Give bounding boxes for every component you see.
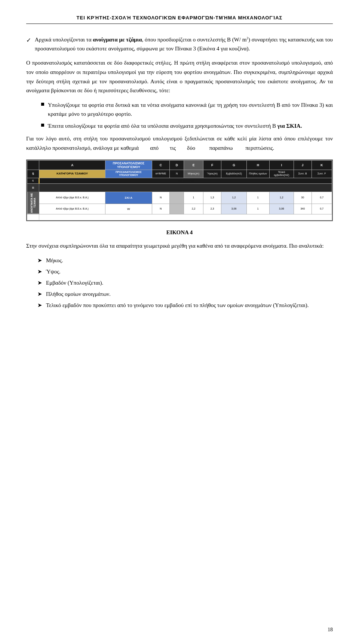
ss-col-e-header: E bbox=[184, 160, 203, 170]
table-caption: ΕΙΚΟΝΑ 4 bbox=[26, 228, 333, 237]
sub-bullet-2-text: Έπειτα υπολογίζουμε τα φορτία από όλα τα… bbox=[48, 121, 333, 130]
arrow-item-2: ➤ Ύψος. bbox=[37, 267, 333, 276]
ss-row7-v2: 1,3 bbox=[203, 192, 221, 204]
ss-row8-n: N bbox=[152, 204, 170, 214]
arrow-text-4: Πλήθος ομοίων ανοιγμάτων. bbox=[46, 290, 333, 298]
ss-row7-desc: Απλό τζάμι (άμε Β.Ε.κ. Β.Α.) bbox=[39, 192, 105, 204]
arrow-item-5: ➤ Τελικό εμβαδόν που προκύπτει από το γι… bbox=[37, 301, 333, 310]
ss-row8-desc: Απλό τζάμι (άμε Β.Ε.κ. Β.Α.) bbox=[39, 204, 105, 214]
arrow-icon-4: ➤ bbox=[37, 290, 42, 298]
ss-col-c-header: C bbox=[152, 160, 170, 170]
spreadsheet-container: A ΠΡΟΣΑΝΑΤΟΛΙΣΜΟΣΥΠΟΛΟΓΙΣΜΟΥ C D E F G H… bbox=[26, 160, 333, 221]
checkmark-icon: ✓ bbox=[26, 35, 31, 45]
arrow-icon-5: ➤ bbox=[37, 301, 42, 310]
main-bullet-item: ✓ Αρχικά υπολογίζονται τα ανοίγματα με τ… bbox=[26, 35, 333, 53]
ss-ypsos-header: Ύψος(m) bbox=[203, 170, 221, 178]
arrow-text-1: Μήκος. bbox=[46, 256, 333, 265]
ss-col-d-header: D bbox=[170, 160, 184, 170]
ss-prosat-header: ΠΡΟΣΑΝΑΤΟΛΙΣΜΟΣΥΠΟΛΟΓΙΣΜΟΥ bbox=[105, 170, 152, 178]
ss-category-header: ΚΑΤΗΓΟΡΙΑ ΤΖΑΜΙΟΥ bbox=[39, 170, 105, 178]
sub-bullet-2: Έπειτα υπολογίζουμε τα φορτία από όλα τα… bbox=[41, 121, 333, 130]
arrow-text-3: Εμβαδόν (Υπολογίζεται). bbox=[46, 278, 333, 287]
ss-col-f-header: F bbox=[203, 160, 221, 170]
square-bullet-icon bbox=[41, 103, 44, 106]
ss-row8-v3: 3,06 bbox=[221, 204, 246, 214]
arrow-list: ➤ Μήκος. ➤ Ύψος. ➤ Εμβαδόν (Υπολογίζεται… bbox=[37, 256, 333, 310]
page: ΤΕΙ Κρήτης-Σχολή Τεχνολογικών Εφαρμογών-… bbox=[0, 0, 359, 644]
caption-text: ΕΙΚΟΝΑ 4 bbox=[166, 229, 193, 235]
ss-sintf2-header: Συντ. F bbox=[312, 170, 332, 178]
ss-row7-n: N bbox=[152, 192, 170, 204]
paragraph-2: Για τον λόγο αυτό, στη στήλη του προσανα… bbox=[26, 134, 333, 153]
square-bullet-icon-2 bbox=[41, 124, 44, 127]
ss-row8-v6: 340 bbox=[294, 204, 312, 214]
ss-plithos-header: Πλήθος ομοίων bbox=[246, 170, 269, 178]
ss-col-g-header: G bbox=[221, 160, 246, 170]
ss-row-5-label: 5 bbox=[27, 170, 39, 178]
ss-row8-v5: 3,06 bbox=[269, 204, 294, 214]
ss-row7-val1 bbox=[170, 192, 184, 204]
ss-emvad-header: Εμβαδόν(m2) bbox=[221, 170, 246, 178]
arrow-item-3: ➤ Εμβαδόν (Υπολογίζεται). bbox=[37, 278, 333, 287]
ss-col-j-header: J bbox=[294, 160, 312, 170]
ss-col-a-header: A bbox=[39, 160, 105, 170]
spreadsheet-table: A ΠΡΟΣΑΝΑΤΟΛΙΣΜΟΣΥΠΟΛΟΓΙΣΜΟΥ C D E F G H… bbox=[27, 160, 332, 220]
ss-anoigmata-label: ΑΝΟΙΓΜΑΤΑ ΜΕ ΤΖΑΜΙΑ bbox=[27, 192, 39, 214]
ss-col-i-header: I bbox=[269, 160, 294, 170]
ss-row-b-label: Β bbox=[27, 183, 39, 192]
ss-row8-v1: 2,2 bbox=[184, 204, 203, 214]
ss-row6-label: placeholder bbox=[39, 178, 332, 183]
arrow-text-2: Ύψος. bbox=[46, 267, 333, 276]
ss-sintf-header: Συντ. Β bbox=[294, 170, 312, 178]
ss-mp-header: m²/Μ²ΜΕ bbox=[152, 170, 170, 178]
ss-row7-v5: 1,2 bbox=[269, 192, 294, 204]
ss-row9-empty bbox=[39, 214, 332, 220]
sub-bullet-1-text: Υπολογίζουμε τα φορτία στα δυτικά και τα… bbox=[48, 100, 333, 118]
sub-bullet-1: Υπολογίζουμε τα φορτία στα δυτικά και τα… bbox=[41, 100, 333, 118]
spreadsheet-section: A ΠΡΟΣΑΝΑΤΟΛΙΣΜΟΣΥΠΟΛΟΓΙΣΜΟΥ C D E F G H… bbox=[26, 160, 333, 221]
arrow-text-5: Τελικό εμβαδόν που προκύπτει από το γινό… bbox=[46, 301, 333, 310]
main-bullet-text: Αρχικά υπολογίζονται τα ανοίγματα με τζά… bbox=[35, 35, 333, 53]
ss-row7-v4: 1 bbox=[246, 192, 269, 204]
arrow-icon-2: ➤ bbox=[37, 267, 42, 276]
paragraph-1: Ο προσανατολισμός κατατάσσεται σε δύο δι… bbox=[26, 58, 333, 95]
ss-row8-val1 bbox=[170, 204, 184, 214]
sub-bullet-list: Υπολογίζουμε τα φορτία στα δυτικά και τα… bbox=[41, 100, 333, 130]
ss-row8-w: W bbox=[105, 204, 152, 214]
bold-skia: για ΣΚΙΑ. bbox=[277, 123, 302, 129]
ss-col-k-header: K bbox=[312, 160, 332, 170]
ss-row-b-full bbox=[39, 183, 332, 192]
ss-row7-v1: 1 bbox=[184, 192, 203, 204]
header-text: ΤΕΙ Κρήτης-Σχολή Τεχνολογικών Εφαρμογών-… bbox=[77, 15, 283, 21]
ss-col-h-header: H bbox=[246, 160, 269, 170]
ss-row7-skia: ΣΚΙ Α bbox=[105, 192, 152, 204]
page-header: ΤΕΙ Κρήτης-Σχολή Τεχνολογικών Εφαρμογών-… bbox=[26, 15, 333, 24]
ss-row7-v3: 1,2 bbox=[221, 192, 246, 204]
ss-telik-header: Τελικό εμβαδόν(m2) bbox=[269, 170, 294, 178]
arrow-icon-3: ➤ bbox=[37, 278, 42, 287]
ss-n-header: N bbox=[170, 170, 184, 178]
arrow-item-1: ➤ Μήκος. bbox=[37, 256, 333, 265]
bold-anoigmata: ανοίγματα με τζάμια bbox=[93, 37, 142, 43]
ss-row-6-label: 6 bbox=[27, 178, 39, 183]
ss-corner bbox=[27, 160, 39, 170]
arrow-icon-1: ➤ bbox=[37, 256, 42, 265]
main-content: ✓ Αρχικά υπολογίζονται τα ανοίγματα με τ… bbox=[26, 35, 333, 310]
ss-row8-v4: 1 bbox=[246, 204, 269, 214]
ss-mikos-header: Μήκος(m) bbox=[184, 170, 203, 178]
ss-row7-v7: 0,7 bbox=[312, 192, 332, 204]
ss-row8-v2: 2,3 bbox=[203, 204, 221, 214]
ss-row9-label bbox=[27, 214, 39, 220]
arrow-item-4: ➤ Πλήθος ομοίων ανοιγμάτων. bbox=[37, 290, 333, 298]
page-number: 18 bbox=[328, 627, 333, 633]
paragraph-3: Στην συνέχεια συμπληρώνονται όλα τα απαρ… bbox=[26, 241, 333, 251]
ss-col-b-header: ΠΡΟΣΑΝΑΤΟΛΙΣΜΟΣΥΠΟΛΟΓΙΣΜΟΥ bbox=[105, 160, 152, 170]
ss-row8-v7: 0,7 bbox=[312, 204, 332, 214]
ss-row7-v6: 30 bbox=[294, 192, 312, 204]
